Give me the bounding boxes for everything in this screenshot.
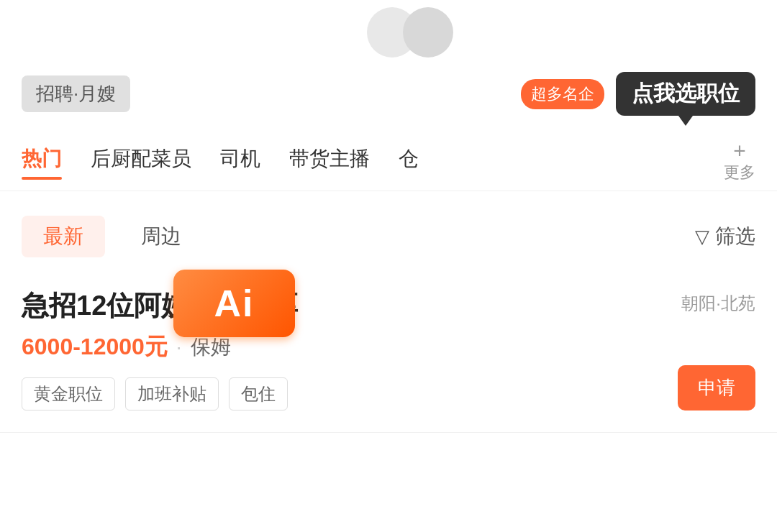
job-header: 急招12位阿姨待遇丰厚 朝阳·北苑 [22,288,755,324]
job-tag-golden: 黄金职位 [22,377,115,411]
job-salary: 6000-12000元 [22,331,168,363]
job-tag-overtime: 加班补贴 [125,377,219,411]
category-more-button[interactable]: + 更多 [724,140,755,183]
filter-icon: ▽ [695,226,709,248]
category-item-driver[interactable]: 司机 [220,145,260,178]
job-location: 朝阳·北苑 [681,288,755,315]
tab-latest[interactable]: 最新 [22,216,105,257]
more-label: 更多 [724,162,755,183]
select-position-tooltip[interactable]: 点我选职位 [616,72,755,116]
apply-button[interactable]: 申请 [678,365,755,411]
category-item-streamer[interactable]: 带货主播 [289,145,370,178]
job-salary-row: 6000-12000元 · 保姆 [22,331,755,363]
avatar-circle-2 [403,7,453,58]
promo-badge[interactable]: 超多名企 [521,79,604,109]
job-tags-row: 黄金职位 加班补贴 包住 [22,377,755,411]
category-item-kitchen[interactable]: 后厨配菜员 [91,145,191,178]
filter-tabs: 最新 周边 ▽ 筛选 [0,201,777,272]
category-nav: 热门 后厨配菜员 司机 带货主播 仓 + 更多 [0,126,777,191]
more-plus-icon: + [733,140,746,162]
app-container: 招聘·月嫂 超多名企 点我选职位 热门 后厨配菜员 司机 带货主播 仓 + 更多… [0,0,777,532]
job-category: 保姆 [191,334,231,361]
search-tag[interactable]: 招聘·月嫂 [22,75,130,112]
header-bar: 招聘·月嫂 超多名企 点我选职位 [0,65,777,123]
filter-button[interactable]: ▽ 筛选 [695,223,755,250]
job-title[interactable]: 急招12位阿姨待遇丰厚 [22,288,681,324]
category-item-warehouse[interactable]: 仓 [399,145,419,178]
job-tag-housing: 包住 [229,377,288,411]
tab-nearby[interactable]: 周边 [119,216,203,257]
ai-bubble[interactable]: Ai [173,270,295,337]
job-salary-divider: · [176,336,182,359]
filter-label: 筛选 [715,223,755,250]
job-listing-card: 急招12位阿姨待遇丰厚 朝阳·北苑 6000-12000元 · 保姆 黄金职位 … [0,266,777,433]
category-item-hot[interactable]: 热门 [22,145,62,178]
